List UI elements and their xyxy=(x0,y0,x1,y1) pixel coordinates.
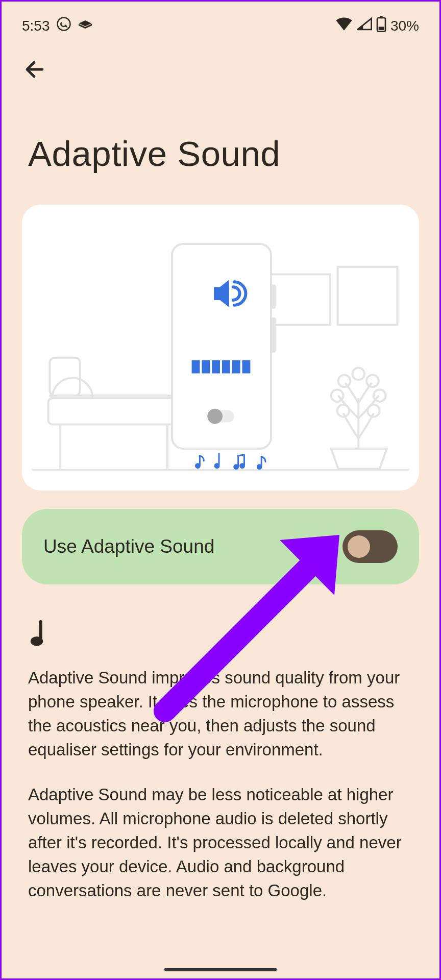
page-title: Adaptive Sound xyxy=(2,134,439,205)
svg-rect-24 xyxy=(212,360,220,374)
illustration-card xyxy=(22,205,419,491)
svg-point-37 xyxy=(240,464,244,468)
svg-rect-6 xyxy=(48,398,177,424)
svg-point-41 xyxy=(31,636,43,646)
toggle-label: Use Adaptive Sound xyxy=(43,536,214,557)
description-paragraph-2: Adaptive Sound may be less noticeable at… xyxy=(28,783,413,902)
svg-point-16 xyxy=(338,375,351,387)
svg-rect-23 xyxy=(202,360,210,374)
svg-point-18 xyxy=(352,368,364,380)
svg-point-17 xyxy=(366,375,379,387)
svg-rect-26 xyxy=(232,360,240,374)
svg-rect-3 xyxy=(379,27,384,30)
music-note-icon xyxy=(28,620,413,649)
svg-rect-10 xyxy=(338,267,398,325)
svg-point-33 xyxy=(215,464,219,468)
svg-point-31 xyxy=(195,464,200,468)
switch-knob xyxy=(348,535,370,558)
svg-point-29 xyxy=(207,409,223,424)
whatsapp-icon xyxy=(56,16,71,35)
home-indicator[interactable] xyxy=(164,968,277,971)
battery-icon xyxy=(376,16,386,36)
svg-point-0 xyxy=(57,18,70,31)
svg-rect-22 xyxy=(192,360,200,374)
back-button[interactable] xyxy=(22,56,48,83)
svg-point-40 xyxy=(257,465,261,469)
svg-rect-21 xyxy=(272,317,276,353)
status-bar: 5:53 30% xyxy=(2,2,439,41)
description-paragraph-1: Adaptive Sound improves sound quality fr… xyxy=(28,666,413,762)
svg-rect-2 xyxy=(380,16,382,18)
wifi-icon xyxy=(335,17,353,34)
svg-rect-25 xyxy=(222,360,230,374)
svg-line-38 xyxy=(238,455,244,456)
cellular-icon xyxy=(357,17,372,34)
svg-rect-20 xyxy=(272,284,276,309)
battery-percent: 30% xyxy=(390,18,419,34)
app-header xyxy=(2,41,439,134)
svg-point-35 xyxy=(234,465,238,469)
package-icon xyxy=(78,18,93,34)
adaptive-sound-toggle-row[interactable]: Use Adaptive Sound xyxy=(22,509,419,584)
status-time: 5:53 xyxy=(22,18,50,34)
description-section: Adaptive Sound improves sound quality fr… xyxy=(2,584,439,903)
arrow-left-icon xyxy=(23,57,47,82)
illustration-toggle-off-icon xyxy=(207,409,234,424)
svg-rect-27 xyxy=(242,360,251,374)
adaptive-sound-switch[interactable] xyxy=(342,530,398,563)
